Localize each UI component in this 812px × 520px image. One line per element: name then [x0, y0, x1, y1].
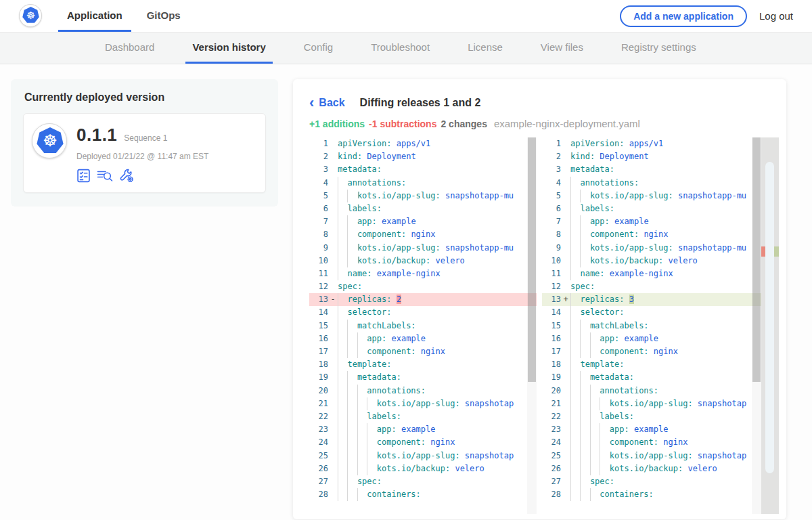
panel-scrollbar[interactable] — [765, 162, 774, 473]
scrollbar-original[interactable] — [527, 137, 537, 514]
code-line: 8 component: nginx — [309, 228, 537, 241]
version-number: 0.1.1 — [76, 125, 117, 146]
code-line: 5 kots.io/app-slug: snapshotapp-mu — [542, 190, 779, 202]
code-line: 8 component: nginx — [542, 228, 779, 241]
code-line: 17 component: nginx — [542, 345, 779, 358]
code-line: 15 matchLabels: — [309, 320, 537, 332]
view-logs-icon[interactable] — [97, 169, 113, 183]
subnav-tab-config[interactable]: Config — [297, 32, 340, 64]
subtractions-count: -1 subtractions — [369, 118, 436, 129]
scrollbar-thumb[interactable] — [528, 137, 536, 382]
code-line: 22 labels: — [542, 410, 779, 423]
code-line: 7 app: example — [309, 215, 537, 228]
code-line: 21 kots.io/app-slug: snapshotap — [542, 397, 779, 410]
subnav-tab-view-files[interactable]: View files — [534, 32, 590, 64]
code-line: 15 matchLabels: — [542, 320, 779, 332]
logout-button[interactable]: Log out — [759, 10, 793, 22]
changes-count: 2 changes — [441, 118, 487, 129]
code-line: 23 app: example — [542, 423, 779, 436]
code-line: 1apiVersion: apps/v1 — [309, 137, 537, 150]
chevron-left-icon: ‹ — [309, 98, 314, 108]
code-line: 16 app: example — [309, 332, 537, 345]
code-line: 19 metadata: — [542, 371, 779, 384]
code-line: 11 name: example-nginx — [309, 267, 537, 280]
diff-panel: ‹ Back Diffing releases 1 and 2 +1 addit… — [293, 79, 786, 519]
code-line: 7 app: example — [542, 215, 779, 228]
code-line: 20 annotations: — [542, 385, 779, 397]
subnav: DashboardVersion historyConfigTroublesho… — [0, 32, 812, 64]
diff-pane-modified[interactable]: 1apiVersion: apps/v12kind: Deployment3me… — [542, 137, 779, 514]
code-line: 28 containers: — [309, 488, 537, 501]
diff-stats: +1 additions -1 subtractions 2 changes e… — [309, 118, 786, 129]
additions-count: +1 additions — [309, 118, 365, 129]
code-line: 25 kots.io/app-slug: snapshotap — [542, 450, 779, 462]
diff-pane-original[interactable]: 1apiVersion: apps/v12kind: Deployment3me… — [309, 137, 537, 514]
code-line: 27 spec: — [542, 475, 779, 488]
code-line: 4 annotations: — [309, 177, 537, 190]
subnav-tab-troubleshoot[interactable]: Troubleshoot — [364, 32, 436, 64]
code-line: 25 kots.io/app-slug: snapshotap — [309, 450, 537, 462]
back-button[interactable]: ‹ Back — [309, 97, 345, 109]
code-line: 9 kots.io/app-slug: snapshotapp-mu — [542, 242, 779, 255]
code-line: 26 kots.io/backup: velero — [309, 462, 537, 475]
code-line: 21 kots.io/app-slug: snapshotap — [309, 397, 537, 410]
code-line: 3metadata: — [309, 163, 537, 176]
code-line: 20 annotations: — [309, 385, 537, 397]
code-line: 11 name: example-nginx — [542, 267, 779, 280]
page-content: Currently deployed version ☸ 0.1.1 Seque… — [0, 64, 812, 519]
tab-gitops[interactable]: GitOps — [138, 0, 189, 32]
code-line: 12spec: — [542, 280, 779, 293]
code-line: 17 component: nginx — [309, 345, 537, 358]
code-line: 1apiVersion: apps/v1 — [542, 137, 779, 150]
code-line: 13- replicas: 2 — [309, 293, 537, 306]
code-line: 28 containers: — [542, 488, 779, 501]
code-line: 2kind: Deployment — [542, 150, 779, 163]
top-navigation-bar: ☸ Application GitOps Add a new applicati… — [0, 0, 812, 32]
diff-filename: example-nginx-deployment.yaml — [494, 118, 640, 129]
code-line: 2kind: Deployment — [309, 150, 537, 163]
code-line: 16 app: example — [542, 332, 779, 345]
back-label: Back — [319, 97, 344, 109]
code-line: 18 template: — [309, 358, 537, 371]
code-line: 24 component: nginx — [309, 436, 537, 449]
deployed-version-box: ☸ 0.1.1 Sequence 1 Deployed 01/21/22 @ 1… — [23, 113, 266, 193]
code-line: 13+ replicas: 3 — [542, 293, 779, 306]
kubernetes-logo-icon: ☸ — [19, 4, 42, 27]
code-line: 23 app: example — [309, 423, 537, 436]
code-line: 9 kots.io/app-slug: snapshotapp-mu — [309, 242, 537, 255]
checklist-icon[interactable] — [76, 169, 91, 183]
diff-editor: 1apiVersion: apps/v12kind: Deployment3me… — [309, 137, 786, 514]
code-line: 6 labels: — [309, 202, 537, 215]
code-line: 18 template: — [542, 358, 779, 371]
code-line: 14 selector: — [309, 306, 537, 319]
scrollbar-modified[interactable] — [752, 137, 761, 514]
scrollbar-thumb[interactable] — [752, 137, 761, 382]
deployed-timestamp: Deployed 01/21/22 @ 11:47 am EST — [76, 152, 208, 161]
tab-application[interactable]: Application — [58, 0, 131, 32]
code-line: 27 spec: — [309, 475, 537, 488]
code-line: 22 labels: — [309, 410, 537, 423]
code-line: 10 kots.io/backup: velero — [309, 255, 537, 267]
code-line: 5 kots.io/app-slug: snapshotapp-mu — [309, 190, 537, 202]
topbar-spacer — [189, 0, 620, 32]
code-line: 4 annotations: — [542, 177, 779, 190]
currently-deployed-card: Currently deployed version ☸ 0.1.1 Seque… — [11, 79, 278, 207]
configure-icon[interactable] — [119, 168, 134, 183]
deployed-card-title: Currently deployed version — [24, 91, 265, 104]
subnav-tab-dashboard[interactable]: Dashboard — [98, 32, 161, 64]
subnav-tab-registry-settings[interactable]: Registry settings — [614, 32, 703, 64]
diff-title: Diffing releases 1 and 2 — [360, 97, 481, 109]
sequence-label: Sequence 1 — [124, 133, 167, 143]
subnav-tab-version-history[interactable]: Version history — [185, 32, 272, 64]
code-rows-original: 1apiVersion: apps/v12kind: Deployment3me… — [309, 137, 537, 501]
code-rows-modified: 1apiVersion: apps/v12kind: Deployment3me… — [542, 137, 779, 501]
code-line: 3metadata: — [542, 163, 779, 176]
code-line: 6 labels: — [542, 202, 779, 215]
add-application-button[interactable]: Add a new application — [620, 5, 747, 27]
code-line: 26 kots.io/backup: velero — [542, 462, 779, 475]
code-line: 14 selector: — [542, 306, 779, 319]
code-line: 19 metadata: — [309, 371, 537, 384]
code-line: 12spec: — [309, 280, 537, 293]
subnav-tab-license[interactable]: License — [461, 32, 510, 64]
code-line: 24 component: nginx — [542, 436, 779, 449]
